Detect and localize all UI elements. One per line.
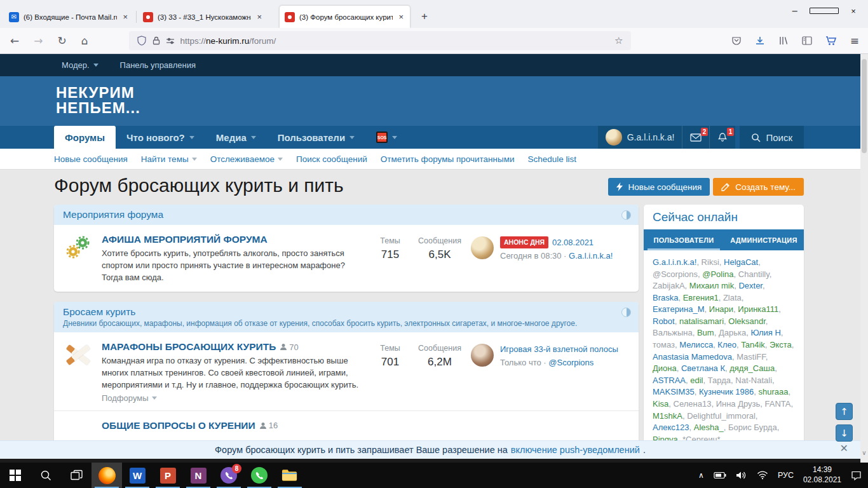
volume-icon[interactable] (736, 471, 747, 480)
close-icon[interactable]: × (255, 12, 263, 22)
last-post-author[interactable]: @Scorpions (548, 358, 593, 367)
url-text[interactable]: https://ne-kurim.ru/forum/ (180, 36, 276, 46)
online-user[interactable]: Инари (709, 304, 733, 314)
section-header[interactable]: Бросаем курить Дневники бросающих, мараф… (54, 302, 639, 332)
taskbar-powerpoint-button[interactable]: P (153, 463, 183, 488)
online-user[interactable]: Тарда (708, 376, 731, 385)
online-user[interactable]: Zlata (723, 293, 742, 302)
online-user[interactable]: Евгения1 (683, 293, 719, 302)
page-scrollbar[interactable]: ∨ (860, 54, 868, 463)
online-user[interactable]: MastiFF (736, 352, 766, 362)
home-button[interactable]: ⌂ (81, 34, 88, 47)
back-button[interactable]: ← (10, 34, 19, 47)
last-post-link[interactable]: Игровая 33-й взлетной полосы (500, 344, 618, 354)
online-user[interactable]: G.a.l.i.n.k.a! (653, 257, 696, 267)
online-user[interactable]: Инна Друзь (716, 399, 761, 409)
scrollbar-thumb[interactable] (862, 59, 867, 153)
close-icon[interactable]: × (121, 12, 129, 22)
enable-push-link[interactable]: включение push-уведомлений (511, 445, 640, 455)
menu-icon[interactable]: ≡ (850, 34, 859, 47)
search-button[interactable]: Поиск (740, 126, 804, 149)
site-logo[interactable]: НЕКУРИМ НЕПЬЕМ... (56, 85, 868, 116)
sidebar-icon[interactable] (802, 36, 812, 45)
action-center-icon[interactable] (851, 470, 862, 481)
bookmark-star-icon[interactable]: ☆ (614, 35, 623, 46)
new-posts-button[interactable]: Новые сообщения (608, 178, 710, 196)
forum-link[interactable]: АФИША МЕРОПРИЯТИЙ ФОРУМА (102, 234, 359, 245)
window-restore-button[interactable] (810, 0, 839, 22)
online-user[interactable]: Дарька (719, 328, 746, 337)
subnav-search-posts[interactable]: Поиск сообщений (296, 154, 367, 164)
alerts-button[interactable]: 1 (709, 126, 735, 149)
nav-tab-forums[interactable]: Форумы (54, 126, 116, 149)
online-user[interactable]: Екатерина_М (653, 304, 705, 314)
online-user[interactable]: Диона (653, 363, 677, 373)
online-user[interactable]: Oleksandr (728, 316, 766, 326)
online-user[interactable]: Светлана К (681, 363, 725, 373)
inbox-button[interactable]: 2 (682, 126, 709, 149)
online-user[interactable]: Селена13 (674, 399, 712, 409)
shield-icon[interactable] (137, 36, 147, 46)
tray-expand-icon[interactable]: ∧ (698, 471, 704, 480)
taskbar-whatsapp-button[interactable] (244, 463, 275, 488)
library-icon[interactable] (778, 36, 789, 46)
subnav-schedule-list[interactable]: Schedule list (527, 154, 576, 164)
close-icon[interactable]: × (397, 12, 405, 22)
online-user[interactable]: M1shkA (653, 411, 682, 421)
nav-tab-whats-new[interactable]: Что нового? (116, 126, 205, 149)
online-user[interactable]: @Scorpions (653, 269, 698, 279)
online-user[interactable]: HelgaCat (724, 257, 758, 267)
nav-tab-media[interactable]: Медиа (205, 126, 267, 149)
online-user[interactable]: @Polina (702, 269, 733, 279)
address-bar[interactable]: https://ne-kurim.ru/forum/ ☆ (129, 31, 631, 50)
last-post-author[interactable]: G.a.l.i.n.k.a! (569, 251, 613, 261)
online-user[interactable]: Кузнечик 1986 (699, 387, 754, 396)
online-user[interactable]: Юлия Н (750, 328, 780, 337)
window-minimize-button[interactable]: − (780, 0, 810, 22)
online-user[interactable]: Tan4ik (741, 340, 765, 349)
online-user[interactable]: Robot (653, 316, 675, 326)
subforums-toggle[interactable]: Подфорумы (102, 393, 359, 403)
tab-administration[interactable]: АДМИНИСТРАЦИЯ (724, 229, 804, 250)
taskbar-search-button[interactable] (31, 463, 61, 488)
online-user[interactable]: томаз (653, 340, 675, 349)
online-user[interactable]: ZabijakA (653, 281, 685, 290)
online-user[interactable]: Anastasia Mamedova (653, 352, 732, 362)
online-user[interactable]: ASTRAA (653, 376, 686, 385)
create-thread-button[interactable]: Создать тему... (713, 178, 804, 196)
online-user[interactable]: дядя_Саша (729, 363, 775, 373)
taskbar-clock[interactable]: 14:39 02.08.2021 (803, 465, 841, 485)
subnav-find-threads[interactable]: Найти темы (141, 154, 197, 164)
forum-link[interactable]: ОБЩИЕ ВОПРОСЫ О КУРЕНИИ (102, 420, 255, 431)
window-close-button[interactable]: × (839, 0, 868, 22)
close-icon[interactable]: ✕ (840, 442, 848, 454)
online-user[interactable]: Вальжына (653, 328, 693, 337)
avatar[interactable] (471, 344, 494, 367)
reload-button[interactable]: ↻ (58, 34, 67, 47)
taskbar-firefox-button[interactable] (92, 463, 122, 488)
taskbar-explorer-button[interactable] (275, 463, 305, 488)
online-user[interactable]: natalisamari (679, 316, 724, 326)
subnav-new-posts[interactable]: Новые сообщения (54, 154, 128, 164)
pocket-icon[interactable] (731, 36, 742, 46)
online-user[interactable]: Kisa (653, 399, 668, 409)
nav-tab-members[interactable]: Пользователи (267, 126, 365, 149)
user-menu[interactable]: G.a.l.i.n.k.a! (598, 126, 682, 149)
online-user[interactable]: edil (690, 376, 703, 385)
start-button[interactable] (0, 463, 31, 488)
avatar[interactable] (471, 236, 494, 259)
taskbar-word-button[interactable]: W (122, 463, 153, 488)
collapse-toggle-icon[interactable] (621, 210, 631, 220)
online-user[interactable]: MAKSIM35 (653, 387, 695, 396)
online-user[interactable]: Riksi (702, 257, 719, 267)
moder-menu[interactable]: Модер. (62, 60, 98, 70)
browser-tab-forum-active[interactable]: (3) Форум бросающих курить × (280, 6, 410, 28)
subnav-mark-read[interactable]: Отметить форумы прочитанными (381, 154, 515, 164)
scroll-top-button[interactable]: ↑ (836, 403, 853, 420)
browser-tab-mailru[interactable]: ✉ (6) Входящие - Почта Mail.ru × (4, 6, 134, 28)
online-user[interactable]: Bum (697, 328, 714, 337)
taskbar-onenote-button[interactable]: N (183, 463, 214, 488)
forum-link[interactable]: МАРАФОНЫ БРОСАЮЩИХ КУРИТЬ (102, 341, 276, 353)
browser-tab-thread[interactable]: (3) 33 - #33_1 Нускокаможната × (138, 6, 268, 28)
taskbar-viber-button[interactable]: 8 (214, 463, 244, 488)
